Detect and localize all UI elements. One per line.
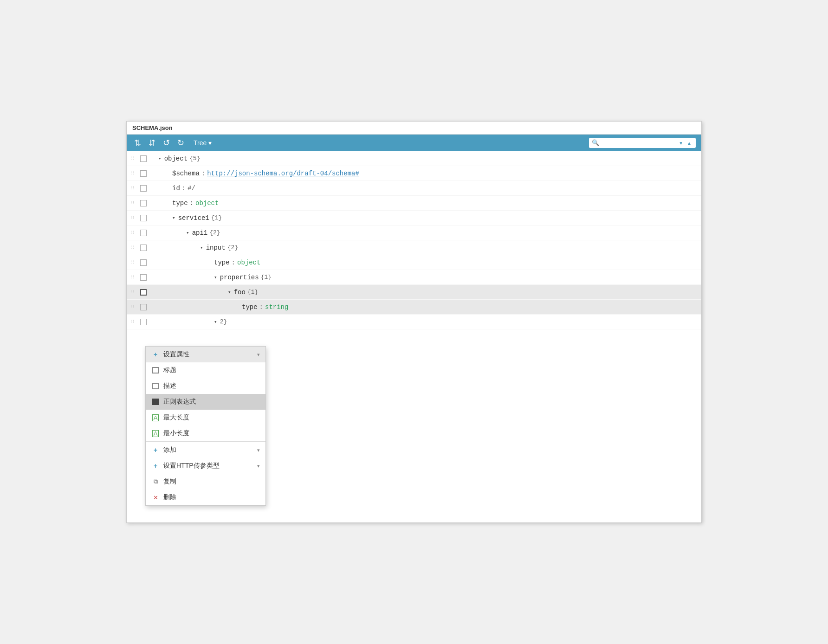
menu-item-set-http[interactable]: + 设置HTTP传参类型 ▾ [146, 458, 265, 474]
tree-row[interactable]: ⠿ ▾ properties {1} [127, 270, 701, 285]
brace: {1} [211, 214, 222, 221]
tree-row[interactable]: ⠿ $schema : http://json-schema.org/draft… [127, 166, 701, 181]
brace: {1} [247, 289, 258, 296]
menu-item-delete[interactable]: ✕ 删除 [146, 489, 265, 505]
expand-arrow[interactable]: ▾ [214, 319, 217, 325]
menu-item-regex[interactable]: 正则表达式 [146, 394, 265, 410]
row-content: ▾ object {5} [149, 155, 701, 162]
tree-row[interactable]: ⠿ ▾ service1 {1} [127, 211, 701, 225]
row-icon [138, 259, 149, 266]
undo-button[interactable]: ↺ [161, 138, 172, 148]
drag-handle: ⠿ [127, 230, 138, 236]
set-attr-section: + 设置属性 ▾ 标题 描述 [146, 347, 265, 442]
delete-icon: ✕ [151, 493, 160, 502]
key-name: properties [220, 274, 259, 281]
undo-icon: ↺ [163, 138, 170, 148]
expand-arrow[interactable]: ▾ [228, 289, 231, 295]
colon: : [182, 185, 186, 192]
redo-button[interactable]: ↻ [175, 138, 186, 148]
expand-all-button[interactable]: ⇅ [132, 138, 143, 148]
drag-handle: ⠿ [127, 200, 138, 206]
tree-view-button[interactable]: Tree ▾ [190, 137, 215, 148]
menu-item-label: 最大长度 [163, 413, 189, 422]
value[interactable]: http://json-schema.org/draft-04/schema# [207, 170, 359, 177]
key-name: type [172, 200, 188, 207]
menu-item-label: 复制 [163, 477, 176, 486]
checkbox-icon [151, 366, 160, 374]
row-content: type : string [149, 303, 701, 311]
menu-item-title[interactable]: 标题 [146, 362, 265, 378]
expand-arrow[interactable]: ▾ [172, 215, 175, 221]
key-name: input [206, 244, 226, 251]
menu-item-label: 设置HTTP传参类型 [163, 462, 220, 470]
tree-row[interactable]: ⠿ type : string [127, 300, 701, 315]
set-attr-header[interactable]: + 设置属性 ▾ [146, 347, 265, 362]
menu-item-description[interactable]: 描述 [146, 378, 265, 394]
menu-item-max-length[interactable]: A 最大长度 [146, 410, 265, 425]
search-icon: 🔍 [592, 139, 599, 147]
tree-row[interactable]: ⠿ ▾ object {5} [127, 151, 701, 166]
menu-item-label: 正则表达式 [163, 398, 196, 406]
expand-arrow[interactable]: ▾ [186, 230, 189, 236]
main-window: SCHEMA.json ⇅ ⇵ ↺ ↻ Tree ▾ 🔍 ▼ ▲ [126, 121, 702, 523]
value: string [265, 303, 288, 311]
tree-row[interactable]: ⠿ type : object [127, 255, 701, 270]
menu-item-label: 添加 [163, 446, 176, 454]
drag-handle: ⠿ [127, 215, 138, 221]
menu-item-min-length[interactable]: A 最小长度 [146, 425, 265, 441]
row-icon [138, 170, 149, 177]
drag-handle: ⠿ [127, 245, 138, 251]
menu-item-label: 最小长度 [163, 429, 189, 438]
brace: {2} [227, 244, 238, 251]
tree-dropdown-arrow: ▾ [208, 139, 212, 147]
collapse-icon: ⇵ [149, 138, 155, 148]
key-name: service1 [178, 214, 209, 222]
tree-row[interactable]: ⠿ ▾ 2} [127, 315, 701, 329]
search-next-button[interactable]: ▲ [686, 140, 693, 146]
row-icon [138, 230, 149, 236]
checkbox-filled-icon [151, 398, 160, 406]
brace: {2} [209, 229, 220, 236]
a-icon: A [151, 429, 160, 438]
search-nav: ▼ ▲ [677, 140, 693, 146]
row-content: type : object [149, 200, 701, 207]
menu-item-copy[interactable]: ⧉ 复制 [146, 474, 265, 489]
expand-arrow[interactable]: ▾ [214, 274, 217, 280]
tree-row[interactable]: ⠿ ▾ api1 {2} [127, 225, 701, 240]
key-name: type [214, 259, 230, 266]
tree-row[interactable]: ⠿ id : #/ [127, 181, 701, 196]
search-input[interactable] [601, 140, 675, 147]
tree-row[interactable]: ⠿ ▾ foo {1} [127, 285, 701, 300]
add-plus-icon: + [151, 446, 160, 454]
menu-item-label: 描述 [163, 382, 176, 390]
tree-row[interactable]: ⠿ type : object [127, 196, 701, 211]
search-prev-button[interactable]: ▼ [677, 140, 685, 146]
drag-handle: ⠿ [127, 304, 138, 310]
redo-icon: ↻ [177, 138, 184, 148]
brace: {5} [189, 155, 200, 162]
key-name: type [242, 303, 258, 311]
collapse-all-button[interactable]: ⇵ [147, 138, 157, 148]
key-name: id [172, 185, 180, 192]
tree-content: ⠿ ▾ object {5} ⠿ $schema : http://json-s… [127, 151, 701, 522]
row-content: ▾ input {2} [149, 244, 701, 251]
row-content: type : object [149, 259, 701, 266]
brace: {1} [261, 274, 272, 281]
key-name: foo [234, 289, 246, 296]
checkbox-icon [151, 382, 160, 390]
http-plus-icon: + [151, 462, 160, 470]
add-arrow: ▾ [257, 447, 260, 453]
toolbar: ⇅ ⇵ ↺ ↻ Tree ▾ 🔍 ▼ ▲ [127, 135, 701, 151]
tree-label: Tree [194, 139, 207, 147]
value: #/ [188, 185, 195, 192]
menu-item-add[interactable]: + 添加 ▾ [146, 442, 265, 458]
a-icon: A [151, 413, 160, 422]
copy-icon: ⧉ [151, 477, 160, 486]
expand-arrow[interactable]: ▾ [200, 245, 203, 251]
tree-row[interactable]: ⠿ ▾ input {2} [127, 240, 701, 255]
expand-icon: ⇅ [134, 138, 141, 148]
drag-handle: ⠿ [127, 319, 138, 325]
expand-arrow[interactable]: ▾ [158, 155, 162, 161]
drag-handle: ⠿ [127, 156, 138, 161]
row-icon [138, 274, 149, 281]
